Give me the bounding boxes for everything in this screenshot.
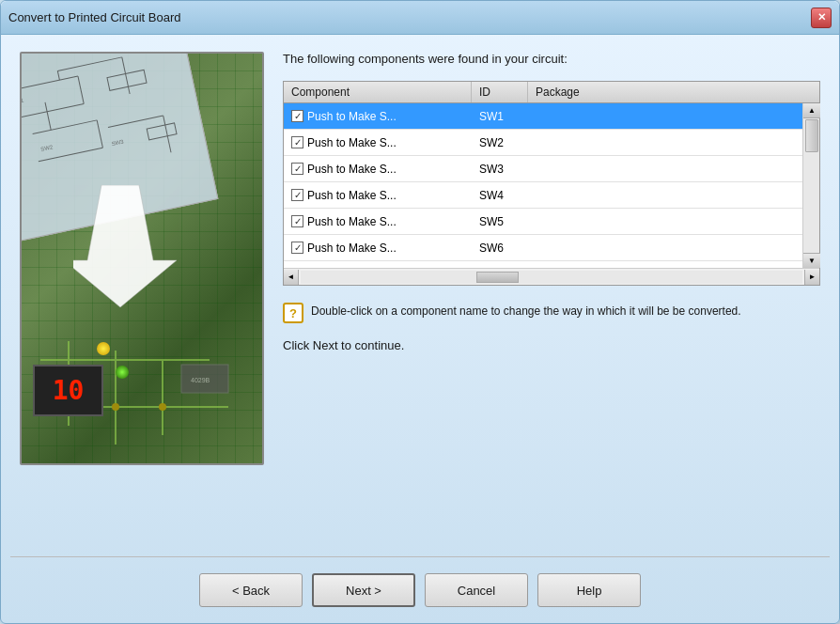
col-header-package: Package [528, 82, 819, 102]
info-box: ? Double-click on a component name to ch… [283, 303, 820, 323]
svg-line-9 [57, 57, 121, 71]
table-row[interactable]: ✓ Push to Make S... SW2 [284, 130, 802, 156]
col-header-component: Component [284, 82, 472, 102]
led-yellow [97, 342, 110, 355]
dialog-title: Convert to Printed Circuit Board [8, 10, 181, 24]
row-checkbox[interactable]: ✓ [291, 242, 303, 254]
horizontal-scrollbar[interactable]: ◄ ► [284, 268, 819, 285]
info-message-text: Double-click on a component name to chan… [311, 303, 741, 320]
table-body-container: ✓ Push to Make S... SW1 ✓ Push to Make S… [284, 103, 819, 268]
svg-line-7 [45, 102, 51, 130]
cell-component: ✓ Push to Make S... [284, 182, 472, 208]
hscroll-left-button[interactable]: ◄ [284, 270, 299, 285]
button-row: < Back Next > Cancel Help [1, 557, 839, 623]
row-checkbox[interactable]: ✓ [291, 189, 303, 201]
table-row[interactable]: ✓ Push to Make S... SW4 [284, 182, 802, 209]
info-icon: ? [283, 303, 303, 323]
cell-package [528, 235, 802, 260]
segment-display: 10 [33, 365, 103, 416]
svg-marker-18 [73, 185, 177, 307]
cell-package [528, 209, 802, 234]
row-checkbox[interactable]: ✓ [291, 215, 303, 227]
hscroll-thumb[interactable] [476, 272, 519, 283]
table-row[interactable]: ✓ Push to Make S... SW3 [284, 156, 802, 182]
vertical-scrollbar[interactable]: ▲ ▼ [802, 103, 819, 268]
svg-line-12 [108, 116, 163, 127]
table-row[interactable]: ✓ Push to Make S... SW6 [284, 235, 802, 261]
cell-component: ✓ Push to Make S... [284, 130, 472, 155]
svg-text:4029B: 4029B [191, 377, 210, 383]
arrow [73, 185, 186, 310]
row-checkbox[interactable]: ✓ [291, 163, 303, 175]
led-green [116, 366, 129, 379]
next-button[interactable]: Next > [312, 573, 415, 607]
svg-text:SW1: SW1 [20, 98, 24, 106]
instruction-text: The following components were found in y… [283, 52, 820, 66]
svg-rect-14 [147, 123, 177, 140]
scroll-track [803, 118, 819, 253]
svg-line-5 [97, 120, 102, 148]
scroll-up-button[interactable]: ▲ [803, 103, 820, 118]
svg-line-13 [163, 116, 171, 152]
close-button[interactable]: ✕ [811, 8, 832, 28]
cell-package [528, 182, 802, 208]
svg-line-10 [122, 57, 130, 94]
cell-component: ✓ Push to Make S... [284, 209, 472, 234]
cell-package [528, 130, 802, 155]
click-next-text: Click Next to continue. [283, 338, 820, 352]
component-table-container: Component ID Package ✓ Push to Make S... [283, 81, 820, 286]
table-header: Component ID Package [284, 82, 819, 103]
dialog: Convert to Printed Circuit Board ✕ [0, 0, 840, 624]
help-button[interactable]: Help [537, 573, 641, 607]
table-row[interactable]: ✓ Push to Make S... SW1 [284, 103, 802, 130]
circuit-image: SW1 SW2 SW3 [20, 52, 264, 465]
back-button[interactable]: < Back [199, 573, 303, 607]
hscroll-track [301, 271, 802, 284]
svg-line-2 [20, 103, 84, 117]
svg-text:SW3: SW3 [111, 138, 125, 147]
cell-package [528, 156, 802, 181]
svg-line-4 [33, 120, 97, 134]
table-inner: ✓ Push to Make S... SW1 ✓ Push to Make S… [284, 103, 802, 268]
cell-id: SW6 [472, 235, 528, 260]
cell-component: ✓ Push to Make S... [284, 235, 472, 260]
svg-point-25 [112, 403, 119, 411]
cell-package [528, 103, 802, 129]
hscroll-right-button[interactable]: ► [804, 270, 819, 285]
right-panel: The following components were found in y… [283, 52, 820, 545]
cell-id: SW4 [472, 182, 528, 208]
row-checkbox[interactable]: ✓ [291, 136, 303, 148]
cell-component: ✓ Push to Make S... [284, 156, 472, 181]
svg-line-0 [20, 76, 78, 90]
svg-point-26 [159, 403, 166, 411]
left-panel: SW1 SW2 SW3 [20, 52, 264, 545]
title-bar: Convert to Printed Circuit Board ✕ [1, 1, 839, 35]
dialog-body: SW1 SW2 SW3 [1, 35, 839, 556]
cell-id: SW1 [472, 103, 528, 129]
svg-text:SW2: SW2 [40, 144, 54, 152]
cell-component: ✓ Push to Make S... [284, 103, 472, 129]
cell-id: SW5 [472, 209, 528, 234]
svg-line-1 [78, 76, 84, 103]
row-checkbox[interactable]: ✓ [291, 110, 303, 122]
scroll-thumb[interactable] [805, 119, 818, 152]
scroll-down-button[interactable]: ▼ [803, 253, 820, 268]
cell-id: SW2 [472, 130, 528, 155]
svg-line-8 [57, 70, 59, 80]
cancel-button[interactable]: Cancel [425, 573, 528, 607]
table-row[interactable]: ✓ Push to Make S... SW5 [284, 209, 802, 235]
cell-id: SW3 [472, 156, 528, 181]
col-header-id: ID [472, 82, 528, 102]
